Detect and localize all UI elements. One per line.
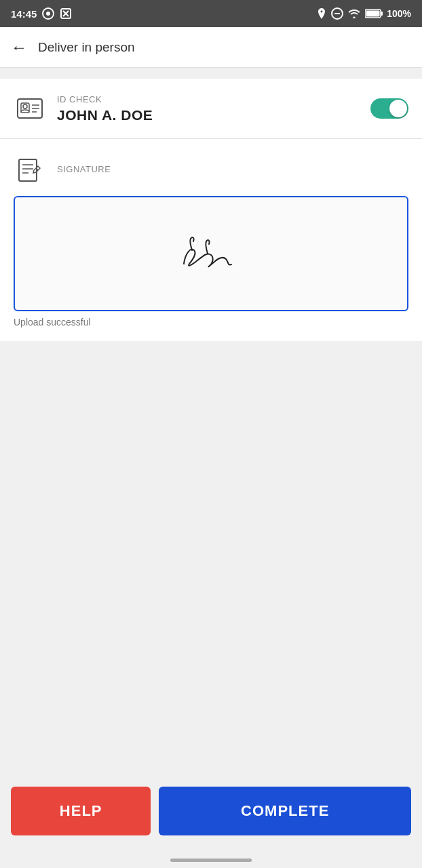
location-icon	[316, 7, 327, 20]
content-spacer	[0, 341, 422, 776]
id-card-svg	[15, 94, 45, 123]
status-right: 100%	[316, 7, 411, 20]
main-content: ID CHECK JOHN A. DOE	[0, 68, 422, 868]
complete-button[interactable]: COMPLETE	[159, 787, 411, 835]
status-time: 14:45	[11, 8, 37, 20]
status-bar: 14:45 1	[0, 0, 422, 27]
id-check-toggle[interactable]	[370, 98, 408, 119]
page-title: Deliver in person	[38, 40, 135, 55]
signature-label: SIGNATURE	[57, 164, 111, 174]
svg-rect-9	[381, 12, 383, 16]
back-button[interactable]: ←	[11, 38, 27, 57]
battery-icon	[365, 9, 383, 18]
help-button[interactable]: HELP	[11, 787, 151, 835]
toggle-knob	[389, 100, 407, 117]
id-check-section: ID CHECK JOHN A. DOE	[0, 79, 422, 138]
signature-header: SIGNATURE	[14, 153, 408, 185]
status-left: 14:45	[11, 7, 72, 20]
x-icon	[60, 7, 72, 20]
bottom-buttons: HELP COMPLETE	[0, 776, 422, 852]
home-bar	[0, 852, 422, 868]
id-check-info: ID CHECK JOHN A. DOE	[57, 94, 360, 123]
upload-status: Upload successful	[14, 317, 408, 328]
circle-icon	[42, 7, 54, 20]
home-bar-line	[170, 859, 252, 862]
id-check-label: ID CHECK	[57, 94, 360, 104]
signature-icon	[14, 153, 46, 185]
id-check-icon	[14, 92, 46, 125]
signature-drawing	[143, 226, 279, 281]
person-name: JOHN A. DOE	[57, 107, 360, 123]
svg-point-12	[23, 104, 27, 108]
toggle-switch[interactable]	[370, 98, 408, 119]
svg-rect-8	[366, 11, 380, 17]
svg-point-1	[46, 12, 50, 16]
signature-section: SIGNATURE Upload successful	[0, 139, 422, 341]
signature-box[interactable]	[14, 196, 408, 311]
minus-icon	[331, 7, 343, 20]
wifi-icon	[347, 8, 361, 19]
signature-svg	[15, 154, 45, 184]
battery-pct: 100%	[387, 8, 411, 19]
nav-bar: ← Deliver in person	[0, 27, 422, 68]
